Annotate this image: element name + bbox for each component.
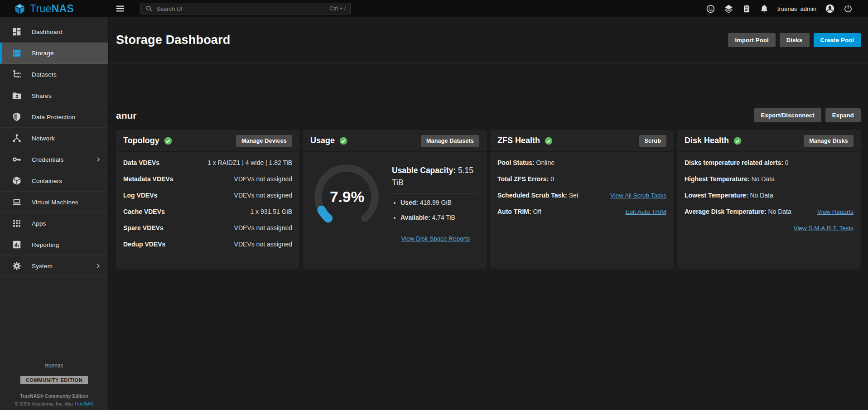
disk-health-card-title: Disk Health: [685, 136, 729, 145]
truenas-logo-icon: [14, 3, 26, 15]
page-title: Storage Dashboard: [116, 33, 230, 47]
network-icon: [12, 133, 22, 143]
usage-card: Usage Manage Datasets 7.9%: [303, 130, 487, 269]
feedback-icon[interactable]: [706, 4, 715, 14]
zfs-health-card: ZFS Health Scrub Pool Status: Online Tot…: [490, 130, 674, 269]
topology-card-title: Topology: [123, 136, 159, 145]
topology-row-data-vdevs: Data VDEVs 1 x RAIDZ1 | 4 wide | 1.82 Ti…: [123, 154, 292, 171]
disk-row-temp-alerts: Disks temperature related alerts: 0: [685, 154, 854, 171]
search-shortcut: Ctrl + /: [329, 5, 346, 12]
pool-section: anur Export/Disconnect Expand Topology M…: [109, 108, 868, 269]
sidebar-item-storage[interactable]: Storage: [0, 43, 108, 64]
pool-name: anur: [116, 110, 137, 121]
svg-text:7.9%: 7.9%: [330, 188, 364, 205]
truenas-logo[interactable]: TrueNAS: [0, 3, 109, 15]
truecommand-icon[interactable]: [724, 4, 733, 14]
manage-datasets-button[interactable]: Manage Datasets: [421, 135, 479, 147]
usable-capacity: Usable Capacity: 5.15 TiB: [392, 164, 479, 189]
export-disconnect-button[interactable]: Export/Disconnect: [754, 108, 821, 122]
key-icon: [12, 154, 22, 164]
bar-chart-icon: [12, 240, 22, 250]
used-value: Used: 418.99 GiB: [400, 199, 479, 206]
topology-row-metadata-vdevs: Metadata VDEVs VDEVs not assigned: [123, 171, 292, 187]
sidebar-item-data-protection[interactable]: Data Protection: [0, 106, 108, 128]
edit-auto-trim-link[interactable]: Edit Auto TRIM: [625, 208, 666, 215]
search-icon: [145, 5, 153, 12]
topbar-actions: truenas_admin: [706, 4, 868, 14]
view-reports-link[interactable]: View Reports: [817, 208, 854, 215]
view-disk-space-reports-link[interactable]: View Disk Space Reports: [401, 235, 470, 242]
app-title: TrueNAS: [30, 3, 74, 15]
disk-row-lowest-temp: Lowest Temperature: No Data: [685, 187, 854, 203]
import-pool-button[interactable]: Import Pool: [728, 33, 775, 47]
edition-badge[interactable]: COMMUNITY EDITION: [20, 376, 88, 384]
disk-health-card: Disk Health Manage Disks Disks temperatu…: [677, 130, 861, 269]
chevron-right-icon: [95, 262, 102, 270]
topology-row-dedup-vdevs: Dedup VDEVs VDEVs not assigned: [123, 236, 292, 252]
sidebar-item-containers[interactable]: Containers: [0, 170, 108, 192]
disk-row-smart-tests: View S.M.A.R.T. Tests: [685, 220, 854, 236]
status-check-icon: [339, 136, 348, 145]
zfs-row-total-errors: Total ZFS Errors: 0: [497, 171, 666, 187]
page-header: Storage Dashboard Import Pool Disks Crea…: [109, 17, 868, 63]
manage-devices-button[interactable]: Manage Devices: [236, 135, 292, 147]
truenas-link[interactable]: TrueNAS: [74, 401, 93, 406]
sidebar-item-credentials[interactable]: Credentials: [0, 149, 108, 170]
zfs-row-pool-status: Pool Status: Online: [497, 154, 666, 171]
apps-grid-icon: [12, 218, 22, 228]
view-smart-tests-link[interactable]: View S.M.A.R.T. Tests: [794, 225, 854, 232]
sidebar-item-apps[interactable]: Apps: [0, 213, 108, 234]
disk-row-average-temp: Average Disk Temperature: No Data View R…: [685, 203, 854, 220]
status-check-icon: [164, 136, 173, 145]
shares-folder-icon: [12, 91, 22, 101]
dashboard-icon: [12, 27, 22, 37]
topology-row-cache-vdevs: Cache VDEVs 1 x 931.51 GiB: [123, 203, 292, 220]
zfs-row-auto-trim: Auto TRIM: Off Edit Auto TRIM: [497, 203, 666, 220]
topology-row-spare-vdevs: Spare VDEVs VDEVs not assigned: [123, 220, 292, 236]
product-line: TrueNAS® Community Edition: [0, 393, 108, 399]
sidebar-item-datasets[interactable]: Datasets: [0, 64, 108, 85]
username-label[interactable]: truenas_admin: [777, 5, 816, 12]
topbar: TrueNAS Ctrl + /: [0, 0, 868, 17]
disk-row-highest-temp: Highest Temperature: No Data: [685, 171, 854, 187]
sidebar-item-system[interactable]: System: [0, 256, 108, 277]
usage-gauge: 7.9%: [308, 160, 386, 242]
main-content: Storage Dashboard Import Pool Disks Crea…: [109, 17, 868, 410]
status-check-icon: [733, 136, 742, 145]
topology-card: Topology Manage Devices Data VDEVs 1 x R…: [116, 130, 299, 269]
available-value: Available: 4.74 TiB: [400, 214, 479, 221]
sidebar-item-reporting[interactable]: Reporting: [0, 234, 108, 256]
view-all-scrub-tasks-link[interactable]: View All Scrub Tasks: [610, 192, 666, 199]
shield-icon: [12, 112, 22, 122]
search-input[interactable]: [156, 5, 326, 12]
laptop-icon: [12, 197, 22, 207]
scrub-button[interactable]: Scrub: [639, 135, 666, 147]
sidebar-item-virtual-machines[interactable]: Virtual Machines: [0, 192, 108, 213]
zfs-health-card-title: ZFS Health: [497, 136, 540, 145]
usage-card-title: Usage: [310, 136, 335, 145]
disks-button[interactable]: Disks: [780, 33, 810, 47]
chevron-right-icon: [95, 156, 102, 163]
hostname-label: truenas: [0, 362, 108, 369]
expand-button[interactable]: Expand: [825, 108, 861, 122]
account-avatar-icon[interactable]: [825, 4, 835, 14]
datasets-icon: [12, 69, 22, 79]
sidebar-item-dashboard[interactable]: Dashboard: [0, 21, 108, 43]
manage-disks-button[interactable]: Manage Disks: [804, 135, 854, 147]
topology-row-log-vdevs: Log VDEVs VDEVs not assigned: [123, 187, 292, 203]
global-search[interactable]: Ctrl + /: [140, 3, 351, 14]
cube-icon: [12, 176, 22, 186]
storage-icon: [12, 48, 22, 58]
power-icon[interactable]: [844, 4, 853, 13]
status-check-icon: [544, 136, 553, 145]
menu-toggle-icon[interactable]: [115, 4, 125, 14]
alerts-bell-icon[interactable]: [760, 4, 769, 13]
sidebar-item-shares[interactable]: Shares: [0, 85, 108, 106]
zfs-row-scrub-task: Scheduled Scrub Task: Set View All Scrub…: [497, 187, 666, 203]
create-pool-button[interactable]: Create Pool: [814, 33, 861, 47]
jobs-clipboard-icon[interactable]: [742, 4, 751, 13]
sidebar-item-network[interactable]: Network: [0, 128, 108, 149]
gear-icon: [12, 261, 22, 271]
sidebar: Dashboard Storage Datasets Shares Data P…: [0, 17, 109, 410]
sidebar-footer: truenas COMMUNITY EDITION TrueNAS® Commu…: [0, 362, 108, 406]
